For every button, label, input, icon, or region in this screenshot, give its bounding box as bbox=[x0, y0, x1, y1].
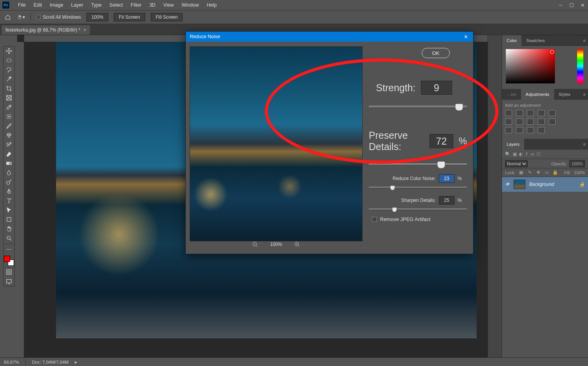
lock-artboard-icon[interactable]: ▭ bbox=[544, 170, 549, 175]
hue-slider[interactable] bbox=[577, 49, 583, 83]
filter-type-icon[interactable]: T bbox=[525, 152, 528, 157]
menu-window[interactable]: Window bbox=[178, 1, 202, 9]
close-tab-icon[interactable]: × bbox=[83, 27, 86, 33]
brightness-contrast-icon[interactable] bbox=[505, 110, 512, 116]
dodge-tool-icon[interactable] bbox=[4, 177, 14, 187]
panel-menu-icon[interactable]: ≡ bbox=[583, 38, 588, 43]
home-icon[interactable] bbox=[4, 13, 12, 21]
filter-adjust-icon[interactable]: ◐ bbox=[519, 152, 523, 157]
status-chevron-icon[interactable]: ▸ bbox=[75, 359, 77, 365]
zoom-in-icon[interactable] bbox=[294, 241, 301, 248]
path-selection-tool-icon[interactable] bbox=[4, 205, 14, 215]
status-zoom[interactable]: 66,67% bbox=[4, 360, 19, 364]
document-tab[interactable]: feskekorka.jpg @ 66,7% (RGB/8#) * × bbox=[2, 25, 90, 35]
filter-pixel-icon[interactable]: ▦ bbox=[513, 152, 517, 157]
foreground-color-swatch[interactable] bbox=[4, 256, 10, 262]
brush-tool-icon[interactable] bbox=[4, 121, 14, 131]
layer-thumbnail[interactable] bbox=[514, 180, 525, 189]
menu-3d[interactable]: 3D bbox=[145, 1, 159, 9]
crop-tool-icon[interactable] bbox=[4, 84, 14, 93]
filter-smart-icon[interactable]: ☐ bbox=[537, 152, 540, 157]
channel-mixer-icon[interactable] bbox=[549, 118, 556, 125]
tab-styles[interactable]: Styles bbox=[554, 89, 575, 100]
marquee-tool-icon[interactable] bbox=[4, 56, 14, 65]
close-window-button[interactable]: ✕ bbox=[577, 1, 588, 9]
posterize-icon[interactable] bbox=[516, 127, 523, 133]
lock-transparent-icon[interactable]: ▦ bbox=[518, 170, 524, 175]
dialog-titlebar[interactable]: Reduce Noise ✕ bbox=[186, 32, 473, 42]
blend-mode-select[interactable]: Normal bbox=[505, 160, 528, 167]
curves-icon[interactable] bbox=[527, 110, 534, 116]
menu-image[interactable]: Image bbox=[46, 1, 67, 9]
photo-filter-icon[interactable] bbox=[538, 118, 545, 125]
reduce-color-noise-slider[interactable] bbox=[369, 187, 467, 188]
color-balance-icon[interactable] bbox=[516, 118, 523, 125]
hand-tool-icon[interactable]: ▾ bbox=[17, 13, 25, 21]
pen-tool-icon[interactable] bbox=[4, 187, 14, 196]
hue-sat-icon[interactable] bbox=[505, 118, 512, 125]
exposure-icon[interactable] bbox=[538, 110, 545, 116]
status-doc-info[interactable]: Doc: 7,04M/7,04M bbox=[32, 360, 69, 364]
gradient-tool-icon[interactable] bbox=[4, 159, 14, 168]
maximize-button[interactable]: ☐ bbox=[566, 1, 577, 9]
tab-adjustments[interactable]: Adjustments bbox=[521, 89, 554, 100]
color-picker-indicator[interactable] bbox=[550, 50, 554, 54]
color-swatches[interactable] bbox=[4, 256, 14, 266]
filter-shape-icon[interactable]: ▭ bbox=[530, 152, 534, 157]
dialog-preview[interactable] bbox=[190, 46, 363, 241]
sharpen-details-field[interactable]: 25 bbox=[439, 196, 454, 205]
strength-value-field[interactable]: 9 bbox=[421, 81, 452, 95]
fill-screen-button[interactable]: Fill Screen bbox=[151, 13, 183, 21]
menu-select[interactable]: Select bbox=[106, 1, 127, 9]
menu-file[interactable]: File bbox=[14, 1, 30, 9]
dialog-close-button[interactable]: ✕ bbox=[462, 34, 469, 40]
magic-wand-tool-icon[interactable] bbox=[4, 74, 14, 84]
lock-all-icon[interactable]: 🔒 bbox=[553, 170, 558, 175]
zoom-field[interactable]: 100% bbox=[86, 13, 108, 21]
filter-kind-icon[interactable]: 🔍 bbox=[505, 152, 511, 157]
fit-screen-button[interactable]: Fit Screen bbox=[114, 13, 145, 21]
zoom-tool-icon[interactable] bbox=[4, 233, 14, 243]
visibility-eye-icon[interactable]: 👁 bbox=[505, 182, 510, 187]
menu-help[interactable]: Help bbox=[203, 1, 221, 9]
vertical-ruler[interactable] bbox=[17, 42, 24, 357]
remove-jpeg-artifact-checkbox[interactable]: Remove JPEG Artifact bbox=[372, 216, 430, 222]
layer-row-background[interactable]: 👁 Background 🔒 bbox=[502, 177, 588, 192]
fill-field[interactable]: 100% bbox=[574, 170, 585, 175]
layer-lock-icon[interactable]: 🔒 bbox=[579, 182, 585, 187]
tab-color[interactable]: Color bbox=[502, 35, 521, 46]
preserve-details-slider[interactable] bbox=[369, 163, 467, 166]
preserve-details-field[interactable]: 72 bbox=[430, 134, 453, 148]
menu-type[interactable]: Type bbox=[87, 1, 106, 9]
screen-mode-icon[interactable] bbox=[4, 277, 14, 286]
panel-menu-icon-3[interactable]: ≡ bbox=[583, 142, 588, 147]
history-brush-tool-icon[interactable] bbox=[4, 140, 14, 149]
hand-tool-icon-2[interactable] bbox=[4, 224, 14, 233]
lock-position-icon[interactable]: ✥ bbox=[535, 170, 541, 175]
lock-image-icon[interactable]: ✎ bbox=[527, 170, 532, 175]
bw-icon[interactable] bbox=[527, 118, 534, 125]
vibrance-icon[interactable] bbox=[549, 110, 556, 116]
quick-mask-icon[interactable] bbox=[4, 267, 14, 277]
menu-view[interactable]: View bbox=[159, 1, 178, 9]
type-tool-icon[interactable] bbox=[4, 196, 14, 205]
levels-icon[interactable] bbox=[516, 110, 523, 116]
healing-brush-tool-icon[interactable] bbox=[4, 112, 14, 121]
clone-stamp-tool-icon[interactable] bbox=[4, 131, 14, 140]
menu-edit[interactable]: Edit bbox=[30, 1, 46, 9]
lasso-tool-icon[interactable] bbox=[4, 65, 14, 74]
menu-filter[interactable]: Filter bbox=[127, 1, 146, 9]
reduce-color-noise-field[interactable]: 23 bbox=[439, 174, 454, 183]
shape-tool-icon[interactable] bbox=[4, 215, 14, 224]
tab-layers[interactable]: Layers bbox=[502, 139, 524, 150]
eraser-tool-icon[interactable] bbox=[4, 149, 14, 159]
menu-layer[interactable]: Layer bbox=[67, 1, 87, 9]
gradient-map-icon[interactable] bbox=[538, 127, 545, 133]
eyedropper-tool-icon[interactable] bbox=[4, 103, 14, 112]
opacity-field[interactable]: 100% bbox=[569, 160, 585, 167]
frame-tool-icon[interactable] bbox=[4, 93, 14, 103]
edit-toolbar-icon[interactable]: ⋯ bbox=[4, 245, 14, 254]
sharpen-details-slider[interactable] bbox=[369, 209, 467, 210]
scroll-all-windows-checkbox[interactable]: Scroll All Windows bbox=[36, 14, 81, 20]
blur-tool-icon[interactable] bbox=[4, 168, 14, 177]
